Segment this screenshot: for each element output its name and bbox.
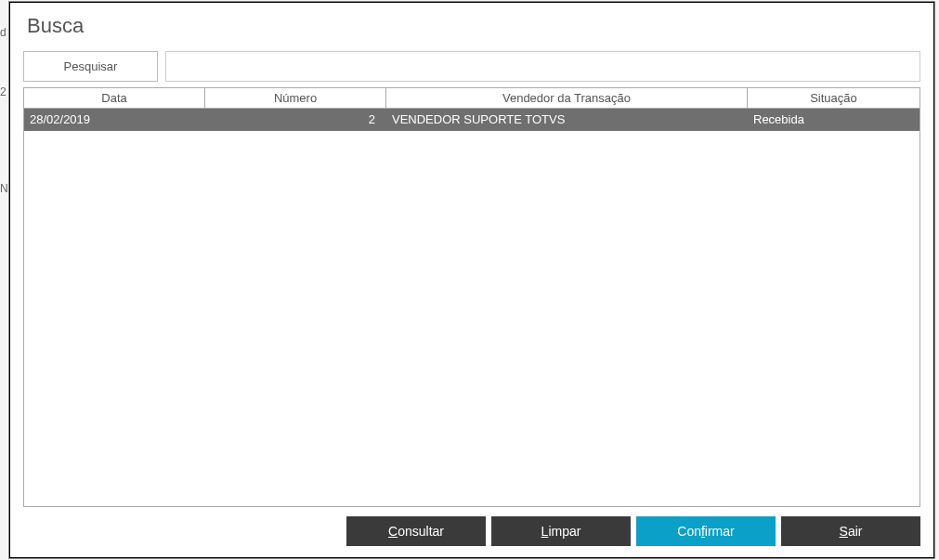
cell-data: 28/02/2019 xyxy=(24,109,205,131)
col-header-situacao[interactable]: Situação xyxy=(748,88,919,108)
sair-post: air xyxy=(848,524,863,539)
grid-header: Data Número Vendedor da Transação Situaç… xyxy=(24,88,919,109)
consultar-button[interactable]: Consultar xyxy=(346,516,486,546)
grid-body[interactable]: 28/02/2019 2 VENDEDOR SUPORTE TOTVS Rece… xyxy=(24,109,919,506)
search-button[interactable]: Pesquisar xyxy=(23,51,158,82)
search-row: Pesquisar xyxy=(23,51,920,82)
page-title: Busca xyxy=(27,14,920,38)
bg-hint: N xyxy=(0,182,8,195)
sair-accel: S xyxy=(840,524,848,539)
limpar-post: impar xyxy=(548,524,580,539)
col-header-data[interactable]: Data xyxy=(24,88,205,108)
col-header-vendedor[interactable]: Vendedor da Transação xyxy=(386,88,748,108)
cell-situacao: Recebida xyxy=(748,109,919,131)
confirmar-button[interactable]: Confirmar xyxy=(636,516,776,546)
table-row[interactable]: 28/02/2019 2 VENDEDOR SUPORTE TOTVS Rece… xyxy=(24,109,919,131)
modal-inner: Busca Pesquisar Data Número Vendedor da … xyxy=(10,3,933,557)
results-grid: Data Número Vendedor da Transação Situaç… xyxy=(23,87,920,507)
cell-vendedor: VENDEDOR SUPORTE TOTVS xyxy=(386,109,748,131)
search-modal: Busca Pesquisar Data Número Vendedor da … xyxy=(9,2,934,558)
cell-numero: 2 xyxy=(205,109,386,131)
footer-actions: Consultar Limpar Confirmar Sair xyxy=(23,507,920,552)
confirmar-post: irmar xyxy=(705,524,735,539)
consultar-accel: C xyxy=(388,524,398,539)
search-input[interactable] xyxy=(165,51,920,82)
consultar-post: onsultar xyxy=(398,524,444,539)
col-header-numero[interactable]: Número xyxy=(205,88,386,108)
bg-hint: d xyxy=(0,26,7,39)
limpar-button[interactable]: Limpar xyxy=(491,516,631,546)
bg-hint: 2 xyxy=(0,85,7,98)
sair-button[interactable]: Sair xyxy=(781,516,920,546)
confirmar-pre: Con xyxy=(677,524,701,539)
